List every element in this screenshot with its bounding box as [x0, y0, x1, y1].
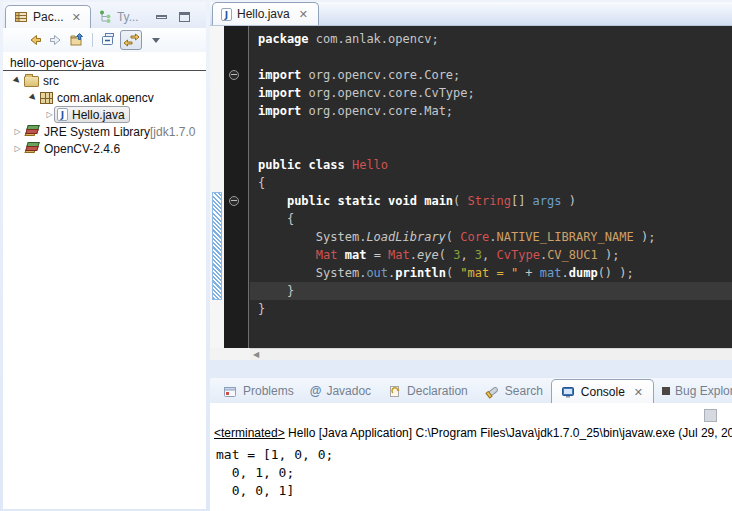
tree-item-hello-java[interactable]: ▷Hello.java [3, 106, 206, 123]
code-token: + [518, 266, 540, 280]
declaration-icon [387, 384, 402, 399]
code-token: import [258, 86, 301, 100]
toolbar-separator [92, 33, 93, 47]
collapsed-arrow-icon[interactable]: ▷ [11, 123, 24, 140]
editor-area: Hello.java ✕ package com.anlak.opencv;im… [210, 2, 732, 360]
code-token: import [258, 104, 301, 118]
code-line[interactable]: public class Hello [258, 156, 732, 174]
code-line[interactable]: import org.opencv.core.CvType; [258, 84, 732, 102]
type-hierarchy-icon [98, 9, 113, 24]
tab-label: Ty... [117, 10, 139, 24]
code-line[interactable]: System.out.println( "mat = " + mat.dump(… [258, 264, 732, 282]
link-with-editor-icon [123, 32, 140, 48]
collapsed-arrow-icon[interactable]: ▷ [11, 140, 24, 157]
tab-declaration[interactable]: Declaration [379, 379, 476, 403]
close-icon[interactable]: ✕ [70, 11, 83, 23]
code-token: Hello [352, 158, 388, 172]
up-icon [69, 32, 85, 48]
console-content[interactable]: <terminated> Hello [Java Application] C:… [210, 403, 732, 511]
code-line-current[interactable]: } [250, 282, 732, 300]
code-token: , [460, 248, 474, 262]
code-token: public static void [287, 194, 417, 208]
forward-button[interactable] [47, 31, 65, 49]
code-line[interactable]: { [258, 174, 732, 192]
code-token: System. [258, 230, 366, 244]
maximize-icon[interactable] [179, 12, 190, 22]
code-token: org.opencv.core.Core; [301, 68, 460, 82]
code-token: org.opencv.core.Mat; [301, 104, 453, 118]
horizontal-scrollbar[interactable]: ◀ [250, 348, 732, 360]
code-token: , [482, 248, 496, 262]
tree-item-src[interactable]: ▶src [3, 72, 206, 89]
code-token: ( [439, 248, 453, 262]
code-token: ); [612, 266, 634, 280]
code-token: () [598, 266, 612, 280]
tree-item-opencv-2-4-6[interactable]: ▷OpenCV-2.4.6 [3, 140, 206, 157]
tab-javadoc[interactable]: @Javadoc [302, 379, 379, 403]
fold-collapse-icon[interactable] [229, 196, 239, 206]
code-line[interactable]: } [258, 300, 732, 318]
tree-item-hello-opencv-java[interactable]: hello-opencv-java [3, 55, 206, 71]
link-with-editor-button[interactable] [120, 30, 142, 50]
code-token: { [258, 176, 265, 190]
code-token: main [424, 194, 453, 208]
view-menu-button[interactable] [145, 31, 163, 49]
code-token: mat [540, 266, 562, 280]
java-file-icon [221, 8, 232, 21]
code-line[interactable]: import org.opencv.core.Mat; [258, 102, 732, 120]
code-token: out [366, 266, 388, 280]
close-icon[interactable]: ✕ [632, 386, 645, 398]
back-button[interactable] [26, 31, 44, 49]
code-token: String [468, 194, 511, 208]
bug-icon [662, 387, 670, 395]
code-token: } [258, 284, 294, 298]
code-token: Mat [388, 248, 410, 262]
bottom-tabbar: Problems@JavadocDeclarationSearchConsole… [210, 378, 732, 403]
tree-item-com-anlak-opencv[interactable]: ▶com.anlak.opencv [3, 89, 206, 106]
fold-collapse-icon[interactable] [229, 70, 239, 80]
editor-tab-hello-java[interactable]: Hello.java ✕ [212, 2, 319, 25]
code-line[interactable] [258, 120, 732, 138]
console-view: Problems@JavadocDeclarationSearchConsole… [210, 378, 732, 511]
close-icon[interactable]: ✕ [297, 8, 310, 20]
tab-console[interactable]: Console✕ [551, 379, 654, 403]
code-token: CvType [497, 248, 540, 262]
tab-package-explorer[interactable]: Pac... ✕ [5, 5, 91, 28]
console-icon [560, 385, 576, 399]
code-token [337, 248, 344, 262]
code-token: . [562, 266, 569, 280]
up-button[interactable] [68, 31, 86, 49]
scrollbar-corner [210, 348, 250, 360]
tab-label: Console [581, 385, 625, 399]
view-window-buttons [156, 12, 206, 28]
tab-problems[interactable]: Problems [214, 379, 302, 403]
tree-item-jre-system-library[interactable]: ▷JRE System Library [jdk1.7.0 [3, 123, 206, 140]
collapse-all-icon [100, 32, 116, 48]
code-line[interactable]: System.LoadLibrary( Core.NATIVE_LIBRARY_… [258, 228, 732, 246]
code-token: package [258, 32, 309, 46]
tab-type-hierarchy[interactable]: Ty... [91, 5, 146, 28]
code-text[interactable]: package com.anlak.opencv;import org.open… [250, 26, 732, 348]
code-editor[interactable]: package com.anlak.opencv;import org.open… [210, 26, 732, 348]
tab-bug-explorer[interactable]: Bug Explorer [654, 379, 732, 403]
editor-tabbar: Hello.java ✕ [210, 2, 732, 26]
tab-search[interactable]: Search [476, 379, 551, 403]
scroll-left-icon[interactable]: ◀ [250, 350, 259, 359]
code-line[interactable]: { [258, 210, 732, 228]
minimize-icon[interactable] [156, 15, 167, 19]
code-line[interactable] [258, 48, 732, 66]
collapse-all-button[interactable] [99, 31, 117, 49]
code-token: CV_8UC1 [547, 248, 598, 262]
code-token [258, 248, 316, 262]
terminate-button[interactable] [704, 409, 717, 422]
code-token: com.anlak.opencv; [309, 32, 439, 46]
code-line[interactable]: import org.opencv.core.Core; [258, 66, 732, 84]
selected-item-highlight: Hello.java [54, 106, 130, 123]
code-line[interactable] [258, 138, 732, 156]
code-line[interactable]: public static void main( String[] args ) [258, 192, 732, 210]
tab-label: Declaration [407, 384, 468, 398]
code-line[interactable]: Mat mat = Mat.eye( 3, 3, CvType.CV_8UC1 … [258, 246, 732, 264]
terminated-label: <terminated> [214, 426, 285, 440]
code-line[interactable]: package com.anlak.opencv; [258, 30, 732, 48]
code-token: mat [345, 248, 367, 262]
